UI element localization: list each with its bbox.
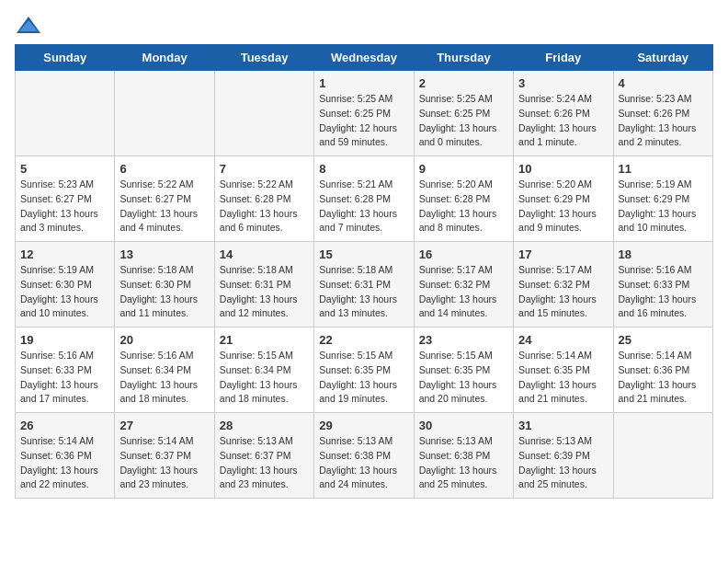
calendar-cell: 15Sunrise: 5:18 AMSunset: 6:31 PMDayligh… [314, 242, 414, 327]
day-info: Sunrise: 5:13 AMSunset: 6:39 PMDaylight:… [518, 434, 608, 492]
day-info: Sunrise: 5:13 AMSunset: 6:37 PMDaylight:… [220, 434, 309, 492]
col-header-wednesday: Wednesday [314, 45, 414, 71]
day-info: Sunrise: 5:13 AMSunset: 6:38 PMDaylight:… [419, 434, 508, 492]
day-number: 22 [319, 333, 408, 347]
calendar-cell: 3Sunrise: 5:24 AMSunset: 6:26 PMDaylight… [514, 71, 613, 156]
day-number: 27 [119, 419, 209, 432]
calendar-table: SundayMondayTuesdayWednesdayThursdayFrid… [15, 44, 713, 499]
calendar-cell: 5Sunrise: 5:23 AMSunset: 6:27 PMDaylight… [16, 156, 115, 242]
day-info: Sunrise: 5:14 AMSunset: 6:37 PMDaylight:… [119, 434, 209, 492]
calendar-cell: 14Sunrise: 5:18 AMSunset: 6:31 PMDayligh… [214, 242, 313, 327]
calendar-cell: 29Sunrise: 5:13 AMSunset: 6:38 PMDayligh… [314, 413, 414, 499]
day-info: Sunrise: 5:13 AMSunset: 6:38 PMDaylight:… [319, 434, 408, 492]
calendar-cell: 24Sunrise: 5:14 AMSunset: 6:35 PMDayligh… [514, 327, 613, 413]
day-number: 30 [419, 419, 508, 432]
calendar-cell: 30Sunrise: 5:13 AMSunset: 6:38 PMDayligh… [414, 413, 513, 499]
day-number: 12 [20, 247, 109, 261]
calendar-cell: 7Sunrise: 5:22 AMSunset: 6:28 PMDaylight… [214, 156, 313, 242]
calendar-cell: 9Sunrise: 5:20 AMSunset: 6:28 PMDaylight… [414, 156, 513, 242]
day-info: Sunrise: 5:20 AMSunset: 6:28 PMDaylight:… [419, 178, 508, 236]
logo-icon [15, 15, 42, 37]
week-row-3: 12Sunrise: 5:19 AMSunset: 6:30 PMDayligh… [16, 242, 713, 327]
calendar-cell: 22Sunrise: 5:15 AMSunset: 6:35 PMDayligh… [314, 327, 414, 413]
calendar-cell: 25Sunrise: 5:14 AMSunset: 6:36 PMDayligh… [613, 327, 712, 413]
day-number: 18 [619, 247, 708, 261]
day-number: 19 [20, 333, 109, 347]
day-number: 28 [220, 419, 309, 432]
day-info: Sunrise: 5:24 AMSunset: 6:26 PMDaylight:… [518, 92, 608, 150]
day-number: 17 [518, 247, 608, 261]
day-number: 11 [619, 162, 708, 176]
day-number: 4 [619, 76, 708, 90]
calendar-cell: 17Sunrise: 5:17 AMSunset: 6:32 PMDayligh… [514, 242, 613, 327]
calendar-cell: 26Sunrise: 5:14 AMSunset: 6:36 PMDayligh… [16, 413, 115, 499]
day-info: Sunrise: 5:22 AMSunset: 6:28 PMDaylight:… [220, 178, 309, 236]
day-number: 1 [319, 76, 408, 90]
calendar-cell [214, 71, 313, 156]
calendar-cell: 18Sunrise: 5:16 AMSunset: 6:33 PMDayligh… [613, 242, 712, 327]
day-info: Sunrise: 5:22 AMSunset: 6:27 PMDaylight:… [119, 178, 209, 236]
day-number: 8 [319, 162, 408, 176]
day-number: 24 [518, 333, 608, 347]
day-info: Sunrise: 5:14 AMSunset: 6:36 PMDaylight:… [619, 349, 708, 407]
day-number: 13 [119, 247, 209, 261]
day-number: 23 [419, 333, 508, 347]
day-number: 20 [119, 333, 209, 347]
day-info: Sunrise: 5:15 AMSunset: 6:35 PMDaylight:… [419, 349, 508, 407]
day-info: Sunrise: 5:16 AMSunset: 6:33 PMDaylight:… [20, 349, 109, 407]
day-number: 3 [518, 76, 608, 90]
day-info: Sunrise: 5:15 AMSunset: 6:34 PMDaylight:… [220, 349, 309, 407]
calendar-cell: 27Sunrise: 5:14 AMSunset: 6:37 PMDayligh… [115, 413, 214, 499]
day-number: 7 [220, 162, 309, 176]
col-header-monday: Monday [115, 45, 214, 71]
day-number: 2 [419, 76, 508, 90]
day-number: 6 [119, 162, 209, 176]
day-info: Sunrise: 5:18 AMSunset: 6:31 PMDaylight:… [319, 263, 408, 321]
day-info: Sunrise: 5:23 AMSunset: 6:27 PMDaylight:… [20, 178, 109, 236]
calendar-cell: 10Sunrise: 5:20 AMSunset: 6:29 PMDayligh… [514, 156, 613, 242]
calendar-cell: 1Sunrise: 5:25 AMSunset: 6:25 PMDaylight… [314, 71, 414, 156]
day-number: 5 [20, 162, 109, 176]
day-number: 31 [518, 419, 608, 432]
day-info: Sunrise: 5:17 AMSunset: 6:32 PMDaylight:… [419, 263, 508, 321]
col-header-saturday: Saturday [613, 45, 712, 71]
col-header-sunday: Sunday [16, 45, 115, 71]
week-row-2: 5Sunrise: 5:23 AMSunset: 6:27 PMDaylight… [16, 156, 713, 242]
calendar-cell: 8Sunrise: 5:21 AMSunset: 6:28 PMDaylight… [314, 156, 414, 242]
calendar-cell: 16Sunrise: 5:17 AMSunset: 6:32 PMDayligh… [414, 242, 513, 327]
col-header-tuesday: Tuesday [214, 45, 313, 71]
calendar-cell: 23Sunrise: 5:15 AMSunset: 6:35 PMDayligh… [414, 327, 513, 413]
logo [15, 15, 46, 37]
calendar-cell: 6Sunrise: 5:22 AMSunset: 6:27 PMDaylight… [115, 156, 214, 242]
calendar-cell: 31Sunrise: 5:13 AMSunset: 6:39 PMDayligh… [514, 413, 613, 499]
day-number: 9 [419, 162, 508, 176]
day-info: Sunrise: 5:16 AMSunset: 6:33 PMDaylight:… [619, 263, 708, 321]
day-info: Sunrise: 5:16 AMSunset: 6:34 PMDaylight:… [119, 349, 209, 407]
calendar-cell: 19Sunrise: 5:16 AMSunset: 6:33 PMDayligh… [16, 327, 115, 413]
day-info: Sunrise: 5:19 AMSunset: 6:29 PMDaylight:… [619, 178, 708, 236]
header-row: SundayMondayTuesdayWednesdayThursdayFrid… [16, 45, 713, 71]
calendar-cell: 11Sunrise: 5:19 AMSunset: 6:29 PMDayligh… [613, 156, 712, 242]
day-info: Sunrise: 5:25 AMSunset: 6:25 PMDaylight:… [319, 92, 408, 150]
calendar-cell: 21Sunrise: 5:15 AMSunset: 6:34 PMDayligh… [214, 327, 313, 413]
calendar-cell [115, 71, 214, 156]
day-info: Sunrise: 5:21 AMSunset: 6:28 PMDaylight:… [319, 178, 408, 236]
calendar-cell: 4Sunrise: 5:23 AMSunset: 6:26 PMDaylight… [613, 71, 712, 156]
col-header-thursday: Thursday [414, 45, 513, 71]
calendar-cell: 12Sunrise: 5:19 AMSunset: 6:30 PMDayligh… [16, 242, 115, 327]
calendar-cell: 28Sunrise: 5:13 AMSunset: 6:37 PMDayligh… [214, 413, 313, 499]
col-header-friday: Friday [514, 45, 613, 71]
day-info: Sunrise: 5:15 AMSunset: 6:35 PMDaylight:… [319, 349, 408, 407]
day-number: 25 [619, 333, 708, 347]
day-info: Sunrise: 5:18 AMSunset: 6:30 PMDaylight:… [119, 263, 209, 321]
calendar-cell: 2Sunrise: 5:25 AMSunset: 6:25 PMDaylight… [414, 71, 513, 156]
day-number: 14 [220, 247, 309, 261]
day-info: Sunrise: 5:14 AMSunset: 6:35 PMDaylight:… [518, 349, 608, 407]
calendar-cell: 20Sunrise: 5:16 AMSunset: 6:34 PMDayligh… [115, 327, 214, 413]
day-info: Sunrise: 5:17 AMSunset: 6:32 PMDaylight:… [518, 263, 608, 321]
day-info: Sunrise: 5:25 AMSunset: 6:25 PMDaylight:… [419, 92, 508, 150]
day-info: Sunrise: 5:19 AMSunset: 6:30 PMDaylight:… [20, 263, 109, 321]
day-number: 16 [419, 247, 508, 261]
day-info: Sunrise: 5:14 AMSunset: 6:36 PMDaylight:… [20, 434, 109, 492]
day-info: Sunrise: 5:18 AMSunset: 6:31 PMDaylight:… [220, 263, 309, 321]
